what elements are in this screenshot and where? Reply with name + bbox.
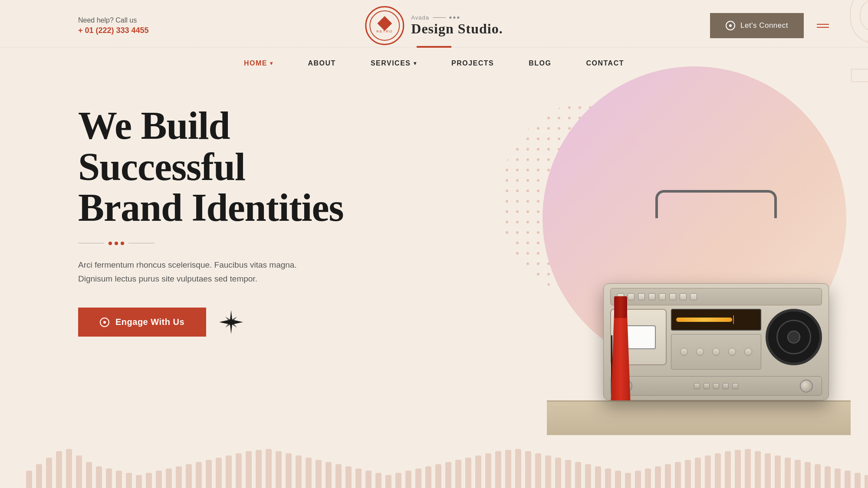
hero-dot-2 [115,242,118,245]
radio-ctrl-btn-2 [704,383,710,389]
bottom-stripe-73 [755,451,761,488]
bottom-stripe-55 [575,462,581,488]
bottom-stripe-62 [645,468,651,488]
bottom-stripe-36 [385,475,391,488]
bottom-stripe-2 [46,458,52,488]
bottom-stripe-76 [785,458,791,488]
engage-button-label: Engage With Us [115,317,184,327]
bottom-stripe-44 [465,458,471,488]
shelf-surface [547,400,851,435]
bottom-stripe-41 [435,464,441,488]
nav-item-blog[interactable]: BLOG [529,59,551,67]
radio-small-btn-2 [696,348,704,356]
bottom-stripe-1 [36,464,42,488]
header: Need help? Call us + 01 (222) 333 4455 R… [0,0,868,38]
svg-marker-3 [222,314,240,331]
connect-button-dot [729,24,732,27]
red-vase [603,292,638,400]
bottom-stripe-70 [725,451,731,488]
nav-item-about[interactable]: ABOUT [308,59,335,67]
bottom-stripe-13 [156,471,162,488]
radio-freq-bar [676,318,732,322]
nav-label-about: ABOUT [308,59,335,67]
hero-title-line1: We Build Successful [78,104,245,188]
nav-item-contact[interactable]: CONTACT [586,59,624,67]
bottom-stripe-23 [256,450,262,488]
bottom-stripe-58 [605,468,611,488]
nav-label-services: SERVICES [371,59,411,67]
radio-small-btn-3 [712,348,720,356]
hero-title: We Build Successful Brand Identities [78,105,382,229]
hamburger-line-2 [817,27,829,28]
logo-text-block: Avada Design Studio. [411,14,503,37]
hero-div-dots [108,242,124,245]
bottom-stripe-52 [545,455,551,488]
radio-ctrl-btn-1 [694,383,700,389]
bottom-stripe-60 [625,473,631,488]
connect-button-label: Let's Connect [740,21,788,30]
bottom-stripe-33 [355,468,362,488]
radio-top-panel [610,288,822,305]
radio-top-btn-3 [638,293,645,300]
nav-label-projects: PROJECTS [451,59,494,67]
lets-connect-button[interactable]: Let's Connect [710,13,804,38]
hero-dot-3 [121,242,124,245]
nav-item-projects[interactable]: PROJECTS [451,59,494,67]
bottom-stripe-12 [146,473,152,488]
nav-item-home[interactable]: HOME ▾ [244,59,273,67]
hero-image-area [512,45,868,435]
bottom-stripe-57 [595,466,601,488]
bottom-stripe-38 [405,471,411,488]
bottom-stripe-61 [635,471,641,488]
radio-small-btn-4 [728,348,736,356]
bottom-stripe-25 [276,451,282,488]
radio-speaker-inner [776,320,811,354]
bottom-stripe-32 [345,466,352,488]
chevron-down-icon: ▾ [270,60,273,66]
header-contact-info: Need help? Call us + 01 (222) 333 4455 [78,16,149,35]
hamburger-menu[interactable] [812,20,833,32]
bottom-stripe-14 [166,468,172,488]
hero-div-line-left [78,243,104,243]
bottom-stripe-21 [236,453,242,488]
bottom-stripe-50 [525,451,531,488]
bottom-stripe-51 [535,453,541,488]
bottom-stripe-35 [375,473,381,488]
bottom-stripe-4 [66,449,72,488]
bottom-stripe-47 [495,451,501,488]
bottom-stripe-79 [815,464,821,488]
engage-with-us-button[interactable]: Engage With Us [78,308,206,337]
bottom-stripe-28 [306,458,312,488]
bottom-stripes-section: (function() { const container = document… [0,449,868,488]
bottom-stripe-19 [216,458,222,488]
radio-bottom-panel [610,376,822,396]
radio-display-section [671,309,761,370]
star-decoration [219,310,243,334]
bottom-stripe-39 [415,468,421,488]
bottom-stripe-46 [485,453,491,488]
radio-handle [655,190,777,218]
bottom-stripe-16 [186,464,192,488]
bottom-stripe-3 [56,451,62,488]
radio-speaker-center [787,331,800,344]
nav-label-blog: BLOG [529,59,551,67]
nav-label-home: HOME [244,59,267,67]
radio-ctrl-btn-5 [732,383,738,389]
bottom-stripe-53 [555,458,561,488]
bottom-stripe-83 [855,473,861,488]
bottom-stripe-59 [615,471,621,488]
engage-button-icon [100,318,109,327]
logo-circle-inner: RETRO [369,10,400,41]
bottom-stripe-7 [96,466,102,488]
bottom-stripe-43 [455,460,461,488]
bottom-stripe-22 [246,451,252,488]
logo[interactable]: RETRO Avada Design Studio. [365,6,503,45]
bottom-stripe-77 [795,460,801,488]
phone-number[interactable]: + 01 (222) 333 4455 [78,26,149,35]
radio-knob-right [800,380,813,393]
engage-button-dot [103,321,106,324]
connect-button-icon [726,21,735,30]
radio-freq-indicator [733,315,734,324]
nav-item-services[interactable]: SERVICES ▾ [371,59,417,67]
radio-top-btn-5 [659,293,666,300]
